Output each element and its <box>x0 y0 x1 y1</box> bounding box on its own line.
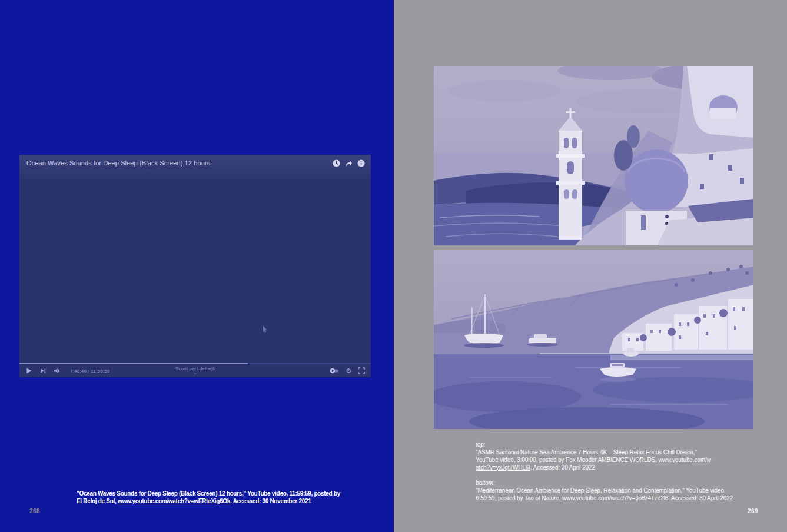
player-top-icons <box>333 159 365 167</box>
scroll-hint-block[interactable]: Scorri per i dettagli ⌄ <box>175 364 215 377</box>
right-page: top: "ASMR Santorini Nature Sea Ambience… <box>394 0 787 532</box>
autoplay-toggle-icon[interactable] <box>330 367 339 374</box>
controls-left: 7:48:40 / 11:59:59 <box>25 367 110 374</box>
page-number-right: 269 <box>748 508 758 514</box>
caption-bottom-label: bottom: <box>476 480 495 486</box>
player-control-bar: 7:48:40 / 11:59:59 Scorri per i dettagli… <box>19 364 371 377</box>
caption-url: www.youtube.com/watch?v=wERteXig6Ok. <box>118 498 232 504</box>
next-icon[interactable] <box>39 367 47 374</box>
caption-divider: - <box>476 471 742 479</box>
video-title[interactable]: Ocean Waves Sounds for Deep Sleep (Black… <box>26 159 210 167</box>
page-number-left: 268 <box>29 508 40 514</box>
youtube-player: Ocean Waves Sounds for Deep Sleep (Black… <box>19 155 371 377</box>
caption-bottom-accessed: . Accessed: 30 April 2022 <box>668 495 733 501</box>
play-icon[interactable] <box>25 367 32 374</box>
share-icon[interactable] <box>345 159 353 167</box>
left-page: Ocean Waves Sounds for Deep Sleep (Black… <box>0 0 394 532</box>
santorini-photo-art <box>434 66 753 245</box>
info-icon[interactable] <box>357 159 365 167</box>
volume-icon[interactable] <box>54 367 61 374</box>
caption-accessed: Accessed: 30 November 2021 <box>232 498 311 504</box>
harbor-photo-art <box>434 250 753 429</box>
time-display: 7:48:40 / 11:59:59 <box>70 368 110 374</box>
harbor-photo <box>434 250 753 429</box>
book-spread: Ocean Waves Sounds for Deep Sleep (Black… <box>0 0 787 532</box>
right-figure-captions: top: "ASMR Santorini Nature Sea Ambience… <box>476 441 742 502</box>
chevron-down-icon: ⌄ <box>194 371 197 375</box>
left-figure-caption: "Ocean Waves Sounds for Deep Sleep (Blac… <box>77 490 343 505</box>
player-top-gradient <box>19 155 371 182</box>
santorini-photo <box>434 66 753 245</box>
caption-top-accessed: . Accessed: 30 April 2022 <box>530 464 595 471</box>
watch-later-icon[interactable] <box>333 159 340 167</box>
controls-right: ⚙ <box>330 367 365 374</box>
caption-top: top: "ASMR Santorini Nature Sea Ambience… <box>476 441 712 471</box>
settings-icon[interactable]: ⚙ <box>346 368 351 374</box>
caption-bottom: bottom: "Mediterranean Ocean Ambience fo… <box>476 479 742 502</box>
caption-bottom-url: www.youtube.com/watch?v=9p8z4Tze2l8 <box>562 495 668 501</box>
fullscreen-icon[interactable] <box>358 367 365 374</box>
mouse-cursor <box>263 326 268 333</box>
caption-top-label: top: <box>476 441 485 448</box>
